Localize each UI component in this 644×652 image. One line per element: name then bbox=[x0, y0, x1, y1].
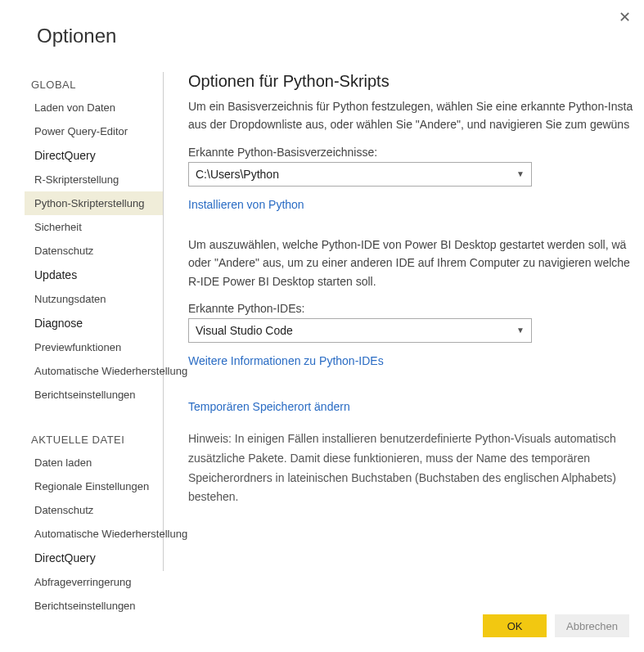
chevron-down-icon: ▼ bbox=[516, 326, 525, 335]
sidebar-item-auto-wiederherstellung[interactable]: Automatische Wiederherstellung bbox=[25, 359, 163, 383]
sidebar-item-daten-laden[interactable]: Daten laden bbox=[25, 451, 163, 474]
sidebar-item-laden-von-daten[interactable]: Laden von Daten bbox=[25, 96, 163, 119]
ide-info-link[interactable]: Weitere Informationen zu Python-IDEs bbox=[188, 354, 384, 367]
dialog-title: Optionen bbox=[0, 0, 644, 47]
sidebar-item-python-skripterstellung[interactable]: Python-Skripterstellung bbox=[25, 191, 163, 215]
python-ide-value: Visual Studio Code bbox=[196, 324, 293, 337]
sidebar-item-datenschutz-file[interactable]: Datenschutz bbox=[25, 498, 163, 522]
sidebar-item-regionale[interactable]: Regionale Einstellungen bbox=[25, 474, 163, 498]
sidebar-item-previewfunktionen[interactable]: Previewfunktionen bbox=[25, 335, 163, 359]
ide-intro-text: Um auszuwählen, welche Python-IDE von Po… bbox=[188, 236, 644, 290]
install-python-link[interactable]: Installieren von Python bbox=[188, 198, 304, 211]
hint-text: Hinweis: In einigen Fällen installieren … bbox=[188, 429, 644, 507]
sidebar-item-datenschutz[interactable]: Datenschutz bbox=[25, 239, 163, 263]
sidebar-item-power-query-editor[interactable]: Power Query-Editor bbox=[25, 119, 163, 143]
sidebar-section-aktuelle: AKTUELLE DATEI bbox=[25, 427, 163, 451]
python-dir-label: Erkannte Python-Basisverzeichnisse: bbox=[188, 146, 644, 159]
sidebar-item-abfrageverringerung[interactable]: Abfrageverringerung bbox=[25, 570, 163, 594]
python-dir-value: C:\Users\Python bbox=[196, 168, 279, 181]
sidebar-item-berichtseinstellungen-file[interactable]: Berichtseinstellungen bbox=[25, 594, 163, 618]
content-panel: Optionen für Python-Skripts Um ein Basis… bbox=[164, 72, 644, 571]
sidebar-item-r-skripterstellung[interactable]: R-Skripterstellung bbox=[25, 168, 163, 191]
sidebar-item-berichtseinstellungen[interactable]: Berichtseinstellungen bbox=[25, 383, 163, 407]
intro-text: Um ein Basisverzeichnis für Python festz… bbox=[188, 97, 644, 134]
sidebar-section-global: GLOBAL bbox=[25, 72, 163, 96]
python-dir-dropdown[interactable]: C:\Users\Python ▼ bbox=[188, 162, 532, 187]
python-ide-dropdown[interactable]: Visual Studio Code ▼ bbox=[188, 318, 532, 343]
close-icon[interactable]: ✕ bbox=[615, 7, 634, 28]
sidebar-item-directquery-file[interactable]: DirectQuery bbox=[25, 546, 163, 570]
ok-button[interactable]: OK bbox=[483, 614, 547, 637]
chevron-down-icon: ▼ bbox=[516, 169, 525, 178]
python-ide-label: Erkannte Python-IDEs: bbox=[188, 302, 644, 315]
cancel-button[interactable]: Abbrechen bbox=[555, 614, 629, 637]
sidebar-item-sicherheit[interactable]: Sicherheit bbox=[25, 215, 163, 239]
dialog-footer: OK Abbrechen bbox=[483, 614, 629, 637]
sidebar-item-auto-wiederherstellung-file[interactable]: Automatische Wiederherstellung bbox=[25, 522, 163, 546]
sidebar-item-directquery[interactable]: DirectQuery bbox=[25, 143, 163, 168]
sidebar-item-diagnose[interactable]: Diagnose bbox=[25, 311, 163, 335]
sidebar-item-nutzungsdaten[interactable]: Nutzungsdaten bbox=[25, 287, 163, 311]
sidebar-item-updates[interactable]: Updates bbox=[25, 263, 163, 287]
page-title: Optionen für Python-Skripts bbox=[188, 72, 644, 91]
sidebar: GLOBAL Laden von Daten Power Query-Edito… bbox=[25, 72, 164, 571]
temp-location-link[interactable]: Temporären Speicherort ändern bbox=[188, 400, 350, 413]
